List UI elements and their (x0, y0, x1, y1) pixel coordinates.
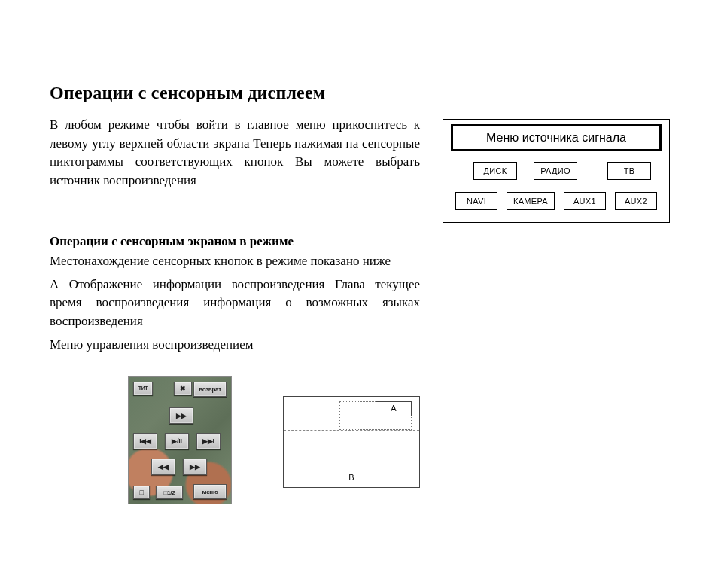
stop-button[interactable]: □ (133, 486, 150, 499)
region-a-outline: A (339, 401, 412, 430)
page-title: Операции с сенсорным дисплеем (50, 83, 668, 103)
source-radio-button[interactable]: РАДИО (534, 162, 577, 180)
signal-source-menu: Меню источника сигнала ДИСК РАДИО ТВ NAV… (443, 119, 670, 223)
section-line-1: Местонахождение сенсорных кнопок в режим… (50, 252, 420, 271)
forward-button[interactable]: ▶▶ (183, 459, 207, 475)
playback-control-panel: ТИТ ✖ возврат ▶▶ I◀◀ ▶/II ▶▶I ◀◀ ▶▶ □ □1… (128, 376, 232, 504)
title-button[interactable]: ТИТ (133, 382, 153, 395)
fast-forward-button[interactable]: ▶▶ (169, 407, 193, 424)
region-b-label: B (283, 468, 420, 488)
region-divider-dashed (284, 430, 419, 431)
section-line-2: А Отображение информации воспроизведения… (50, 276, 420, 331)
region-a-label: A (376, 401, 412, 416)
section-line-3: Меню управления воспроизведением (50, 336, 420, 355)
source-navi-button[interactable]: NAVI (455, 192, 497, 210)
source-row-2: NAVI КАМЕРА AUX1 AUX2 (455, 192, 657, 210)
section-heading: Операции с сенсорным экраном в режиме (50, 233, 420, 251)
play-pause-button[interactable]: ▶/II (165, 433, 189, 449)
source-aux1-button[interactable]: AUX1 (564, 192, 606, 210)
rewind-button[interactable]: ◀◀ (151, 459, 175, 475)
source-row-1: ДИСК РАДИО ТВ (455, 162, 657, 180)
body-text: В любом режиме чтобы войти в главное мен… (50, 116, 420, 504)
prev-track-button[interactable]: I◀◀ (133, 433, 157, 449)
intro-paragraph: В любом режиме чтобы войти в главное мен… (50, 116, 420, 190)
signal-source-menu-title: Меню источника сигнала (451, 124, 662, 151)
tools-icon[interactable]: ✖ (174, 382, 192, 395)
next-track-button[interactable]: ▶▶I (196, 433, 221, 449)
return-button[interactable]: возврат (193, 382, 227, 397)
source-disc-button[interactable]: ДИСК (473, 162, 517, 180)
source-tv-button[interactable]: ТВ (607, 162, 651, 180)
page-half-button[interactable]: □1/2 (156, 486, 183, 499)
menu-button[interactable]: меню (193, 484, 227, 499)
horizontal-rule (50, 108, 668, 108)
source-camera-button[interactable]: КАМЕРА (507, 192, 555, 210)
screen-regions-diagram: A B (283, 396, 420, 488)
source-aux2-button[interactable]: AUX2 (615, 192, 657, 210)
